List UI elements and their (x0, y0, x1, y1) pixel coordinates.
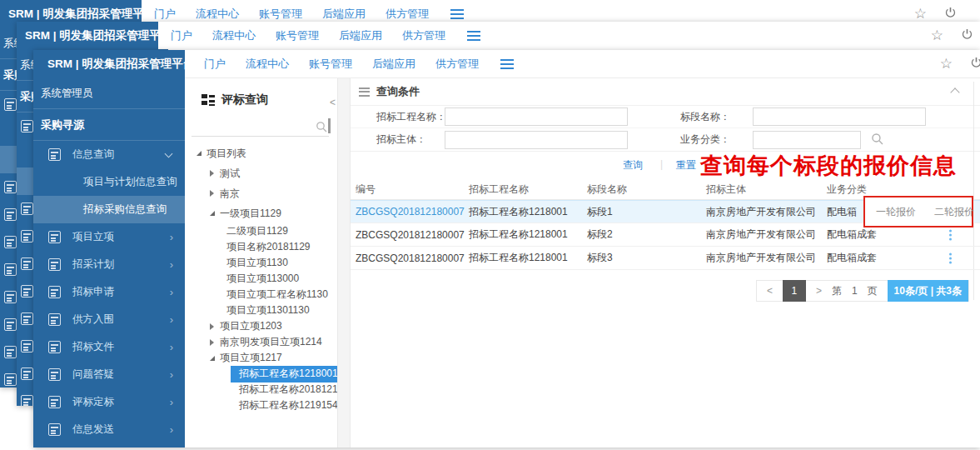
nav-process-center[interactable]: 流程中心 (212, 28, 256, 43)
nav-backend-apps[interactable]: 后端应用 (339, 28, 382, 43)
window-front: SRM | 明发集团招采管理平台 门户 流程中心 账号管理 后端应用 供方管理 … (33, 50, 980, 448)
tree-node-label: 项目立项113000 (226, 272, 299, 286)
row-more-actions-icon[interactable] (949, 229, 952, 240)
tree-node[interactable]: 项目立项113000 (185, 271, 337, 287)
sidebar-item-project-setup[interactable]: 项目立项 › (33, 223, 185, 251)
sidebar-subitem-bid-procurement-query[interactable]: 招标采购信息查询 (33, 196, 185, 223)
tree-search-input[interactable] (192, 115, 329, 136)
nav-portal[interactable]: 门户 (171, 28, 192, 43)
favorite-icon[interactable]: ☆ (940, 57, 953, 71)
next-page-button[interactable]: > (816, 285, 822, 297)
table-row[interactable]: ZBCGSQ201812180007 招标工程名称1218001 标段3 南京房… (351, 247, 980, 270)
sidebar-item-info-sending[interactable]: 信息发送 › (33, 416, 185, 443)
sidebar-item-procurement-plan[interactable]: 招采计划 › (33, 251, 185, 278)
window-actions: ☆ (931, 22, 973, 49)
favorite-icon[interactable]: ☆ (931, 28, 943, 42)
reset-button[interactable]: 重置 (676, 158, 696, 172)
module-title[interactable]: 采购寻源 (33, 109, 185, 141)
sidebar-item-question-answering[interactable]: 问题答疑 › (33, 361, 185, 388)
nav-supplier-mgmt[interactable]: 供方管理 (402, 28, 445, 43)
tree-expanded-icon[interactable] (196, 151, 201, 156)
bid-entity-input[interactable] (445, 131, 628, 149)
tree-node[interactable]: 项目列表 (185, 143, 337, 163)
nav-supplier-mgmt[interactable]: 供方管理 (386, 7, 429, 22)
tree-node-label: 项目立项工程名称1130 (226, 288, 328, 302)
favorite-icon[interactable]: ☆ (914, 7, 927, 21)
sidebar-subitem-project-plan-query[interactable]: 项目与计划信息查询 (33, 168, 185, 196)
search-button[interactable]: 查询 (623, 158, 643, 172)
power-icon[interactable] (961, 28, 973, 43)
sidebar-item-label: 招标文件 (72, 340, 114, 354)
chevron-right-icon: › (170, 231, 173, 243)
sidebar-item-info-query[interactable]: 信息查询 (33, 141, 185, 168)
tree-collapsed-icon[interactable] (210, 323, 214, 330)
first-round-quote-link[interactable]: 一轮报价 (876, 205, 916, 219)
col-entity: 招标主体 (706, 182, 827, 197)
nav-backend-apps[interactable]: 后端应用 (372, 57, 415, 72)
tree-node[interactable]: 项目立项11301130 (185, 302, 337, 318)
nav-portal[interactable]: 门户 (154, 7, 176, 22)
tree-node[interactable]: 项目立项工程名称1130 (185, 287, 337, 302)
document-icon (21, 285, 33, 298)
sidebar-item-bid-evaluation[interactable]: 评标定标 › (33, 388, 185, 416)
tree-node[interactable]: 南京 (185, 183, 337, 203)
menu-icon[interactable] (500, 59, 514, 69)
tree-collapsed-icon[interactable] (210, 339, 214, 346)
tree-node[interactable]: 二级项目1129 (185, 223, 337, 239)
scrollbar-thumb[interactable] (328, 118, 331, 133)
query-form: 招标工程名称： 标段名称： 招标主体： 业务分类： (351, 105, 980, 152)
power-icon[interactable] (970, 57, 980, 72)
tree-node-label: 南京明发项目立项1214 (220, 335, 322, 349)
tree-node[interactable]: 南京明发项目立项1214 (185, 334, 337, 350)
sidebar-subitem-label: 招标采购信息查询 (83, 203, 167, 215)
nav-supplier-mgmt[interactable]: 供方管理 (435, 57, 479, 72)
tree-collapsed-icon[interactable] (210, 190, 214, 197)
tree-expanded-icon[interactable] (210, 211, 215, 216)
current-page-button[interactable]: 1 (783, 280, 806, 302)
second-round-quote-link[interactable]: 二轮报价 (934, 205, 974, 219)
sidebar-item-label: 评标定标 (72, 395, 114, 409)
nav-process-center[interactable]: 流程中心 (246, 57, 289, 72)
nav-process-center[interactable]: 流程中心 (196, 7, 239, 22)
prev-page-button[interactable]: < (767, 285, 773, 297)
table-row[interactable]: ZBCGSQ201812180007 招标工程名称1218001 标段1 南京房… (351, 200, 980, 223)
nav-portal[interactable]: 门户 (204, 57, 226, 72)
sidebar-item-supplier-shortlist[interactable]: 供方入围 › (33, 306, 185, 333)
nav-account-mgmt[interactable]: 账号管理 (309, 57, 352, 72)
tree-node[interactable]: 项目名称20181129 (185, 239, 337, 255)
tree-node-selected[interactable]: 招标工程名称1218001 (185, 366, 337, 382)
nav-account-mgmt[interactable]: 账号管理 (276, 28, 319, 43)
search-icon[interactable] (871, 132, 883, 148)
tree-node[interactable]: 一级项目1129 (185, 203, 337, 223)
power-icon[interactable] (944, 7, 957, 22)
search-icon[interactable] (316, 121, 327, 132)
sidebar-item-label: 信息发送 (72, 422, 114, 437)
tree-node[interactable]: 招标工程名称2018121913 (185, 382, 337, 398)
panel-collapse-icon[interactable]: < (330, 97, 336, 108)
menu-icon[interactable] (450, 9, 464, 19)
sidebar-item-bid-application[interactable]: 招标申请 › (33, 278, 185, 306)
document-icon (4, 236, 17, 248)
sidebar: 系统管理员 采购寻源 信息查询 项目与计划信息查询 招标采购信息查询 项目立项 … (33, 78, 185, 448)
nav-account-mgmt[interactable]: 账号管理 (259, 7, 302, 22)
tree-node[interactable]: 测试 (185, 163, 337, 183)
nav-backend-apps[interactable]: 后端应用 (322, 7, 366, 22)
form-row: 招标工程名称： 标段名称： (351, 106, 980, 128)
business-category-input[interactable] (753, 131, 861, 149)
sidebar-item-bid-documents[interactable]: 招标文件 › (33, 333, 185, 361)
row-more-actions-icon[interactable] (949, 252, 952, 263)
tree-expanded-icon[interactable] (210, 356, 215, 361)
row-code-link[interactable]: ZBCGSQ201812180007 (351, 206, 469, 218)
row-code: ZBCGSQ201812180007 (351, 252, 469, 264)
panel-splitter[interactable] (337, 78, 351, 448)
tree-collapsed-icon[interactable] (210, 170, 214, 177)
tree-node[interactable]: 招标工程名称12191540 (185, 398, 337, 413)
section-name-input[interactable] (753, 108, 926, 126)
project-name-input[interactable] (445, 108, 628, 126)
tree-node[interactable]: 项目立项1203 (185, 318, 337, 334)
tree-node[interactable]: 项目立项1217 (185, 350, 337, 366)
tree-node[interactable]: 项目立项1130 (185, 255, 337, 271)
menu-icon[interactable] (467, 31, 480, 41)
chevron-up-icon[interactable] (950, 88, 959, 97)
page-number[interactable]: 1 (852, 285, 858, 297)
